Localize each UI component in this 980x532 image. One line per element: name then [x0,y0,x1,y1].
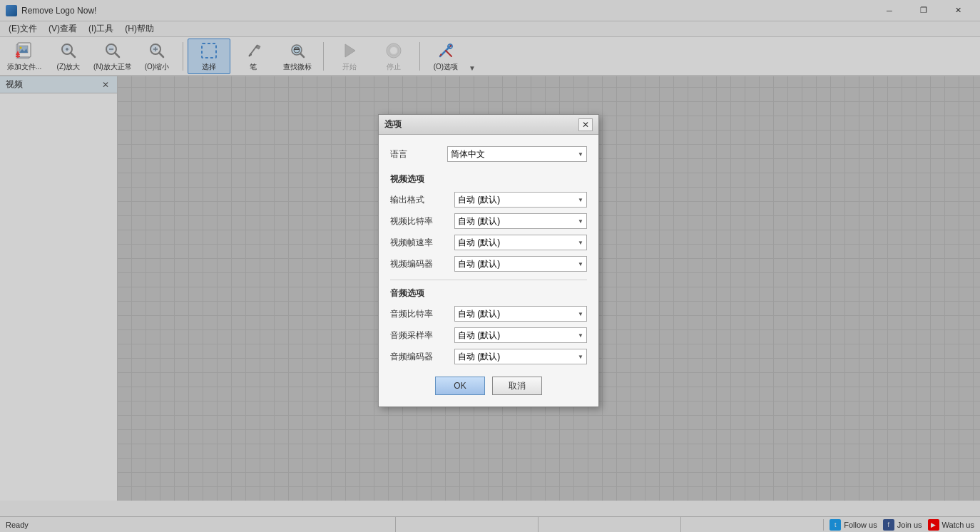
audio-encoder-row: 音频编码器 自动 (默认) ▼ [390,348,587,365]
audio-encoder-select[interactable]: 自动 (默认) ▼ [454,349,587,364]
audio-bitrate-row: 音频比特率 自动 (默认) ▼ [390,305,587,322]
language-value: 简体中文 [451,148,485,160]
language-label: 语言 [390,148,447,160]
language-arrow: ▼ [578,151,583,158]
output-format-label: 输出格式 [390,194,454,206]
audio-encoder-label: 音频编码器 [390,351,454,363]
audio-section-heading: 音频选项 [390,287,587,300]
video-bitrate-select[interactable]: 自动 (默认) ▼ [454,213,587,229]
language-select[interactable]: 简体中文 ▼ [447,146,587,162]
audio-samplerate-label: 音频采样率 [390,329,454,342]
modal-overlay: 选项 ✕ 语言 简体中文 ▼ 视频选项 输出格式 自动 (默认) ▼ [0,0,980,532]
output-format-value: 自动 (默认) [458,194,500,206]
dialog-body: 语言 简体中文 ▼ 视频选项 输出格式 自动 (默认) ▼ 视频比特率 自动 [379,135,598,406]
video-bitrate-row: 视频比特率 自动 (默认) ▼ [390,213,587,230]
audio-samplerate-select[interactable]: 自动 (默认) ▼ [454,327,587,343]
audio-bitrate-label: 音频比特率 [390,308,454,320]
audio-bitrate-value: 自动 (默认) [458,308,500,320]
output-format-row: 输出格式 自动 (默认) ▼ [390,191,587,208]
video-encoder-select[interactable]: 自动 (默认) ▼ [454,256,587,272]
audio-encoder-value: 自动 (默认) [458,351,500,363]
video-framerate-select[interactable]: 自动 (默认) ▼ [454,235,587,250]
video-encoder-label: 视频编码器 [390,258,454,270]
video-encoder-value: 自动 (默认) [458,258,500,270]
section-divider [390,280,587,280]
video-bitrate-value: 自动 (默认) [458,215,500,227]
video-framerate-value: 自动 (默认) [458,237,500,249]
audio-bitrate-select[interactable]: 自动 (默认) ▼ [454,306,587,322]
video-bitrate-label: 视频比特率 [390,215,454,227]
video-encoder-row: 视频编码器 自动 (默认) ▼ [390,255,587,272]
options-dialog: 选项 ✕ 语言 简体中文 ▼ 视频选项 输出格式 自动 (默认) ▼ [378,114,599,407]
audio-samplerate-value: 自动 (默认) [458,329,500,342]
output-format-select[interactable]: 自动 (默认) ▼ [454,192,587,208]
language-row: 语言 简体中文 ▼ [390,146,587,162]
dialog-title-text: 选项 [384,118,578,131]
video-section-heading: 视频选项 [390,173,587,185]
audio-samplerate-row: 音频采样率 自动 (默认) ▼ [390,327,587,344]
video-framerate-row: 视频帧速率 自动 (默认) ▼ [390,234,587,251]
dialog-buttons: OK 取消 [390,377,587,395]
ok-button[interactable]: OK [435,377,485,395]
cancel-button[interactable]: 取消 [492,377,542,395]
dialog-close-button[interactable]: ✕ [578,118,593,131]
dialog-title-bar: 选项 ✕ [379,115,598,135]
video-framerate-label: 视频帧速率 [390,237,454,249]
